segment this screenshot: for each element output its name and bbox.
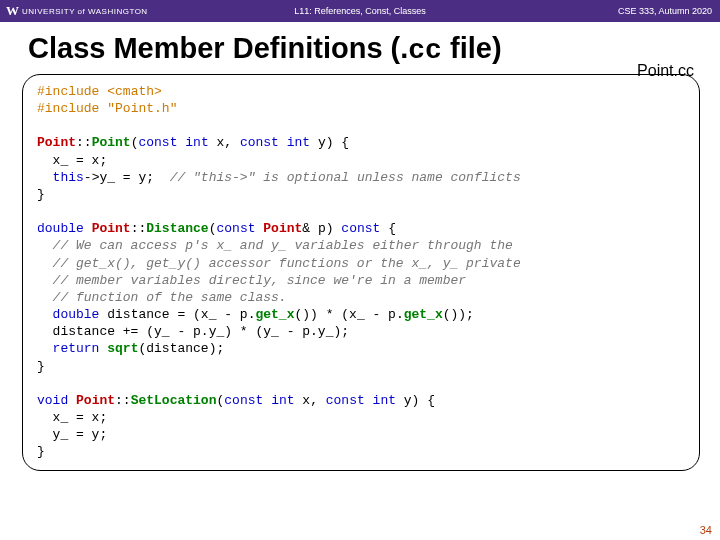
code-token: SetLocation — [131, 393, 217, 408]
code-comment: // We can access p's x_ and y_ variables… — [37, 238, 513, 253]
code-token — [37, 341, 53, 356]
code-token: Point — [263, 221, 302, 236]
title-mono: cc — [408, 35, 442, 66]
code-token: int — [287, 135, 310, 150]
code-token — [84, 221, 92, 236]
code-line: } — [37, 359, 45, 374]
title-prefix: Class Member Definitions (. — [28, 32, 408, 64]
code-token: get_x — [404, 307, 443, 322]
code-token: Point — [92, 135, 131, 150]
code-token: distance = (x_ - p. — [99, 307, 255, 322]
code-token: { — [380, 221, 396, 236]
code-token: ()); — [443, 307, 474, 322]
code-box: #include <cmath> #include "Point.h" Poin… — [22, 74, 700, 471]
code-token — [37, 170, 53, 185]
code-token: & p) — [302, 221, 341, 236]
code-token: Point — [92, 221, 131, 236]
code-token: sqrt — [107, 341, 138, 356]
code-token: int — [373, 393, 396, 408]
header-bar: W UNIVERSITY of WASHINGTON L11: Referenc… — [0, 0, 720, 22]
uw-w-mark: W — [6, 3, 18, 19]
code-token — [37, 307, 53, 322]
code-token: #include — [37, 101, 99, 116]
code-token: int — [271, 393, 294, 408]
code-token: const — [216, 221, 255, 236]
code-token: "Point.h" — [99, 101, 177, 116]
code-token: const — [326, 393, 365, 408]
uw-name: UNIVERSITY of WASHINGTON — [22, 7, 148, 16]
code-token: #include — [37, 84, 99, 99]
code-token: y) { — [310, 135, 349, 150]
code-token: double — [37, 221, 84, 236]
code-token: :: — [131, 221, 147, 236]
code-token: x, — [295, 393, 326, 408]
code-token — [365, 393, 373, 408]
code-line: } — [37, 187, 45, 202]
slide-title: Class Member Definitions (.cc file) — [0, 22, 720, 68]
code-token: void — [37, 393, 68, 408]
code-token: (distance); — [138, 341, 224, 356]
code-token: Point — [37, 135, 76, 150]
code-token: const — [224, 393, 263, 408]
code-filename: Point.cc — [637, 62, 694, 80]
code-token: const — [341, 221, 380, 236]
lecture-title: L11: References, Const, Classes — [294, 6, 426, 16]
code-token: Point — [76, 393, 115, 408]
code-token: const — [240, 135, 279, 150]
code-token: get_x — [255, 307, 294, 322]
code-comment: // function of the same class. — [37, 290, 287, 305]
uw-logo: W UNIVERSITY of WASHINGTON — [0, 3, 148, 19]
code-token: x, — [209, 135, 240, 150]
code-token — [279, 135, 287, 150]
code-token — [263, 393, 271, 408]
code-token — [68, 393, 76, 408]
code-line: x_ = x; — [37, 153, 107, 168]
code-token: int — [185, 135, 208, 150]
code-line: y_ = y; — [37, 427, 107, 442]
code-line: x_ = x; — [37, 410, 107, 425]
code-token: ()) * (x_ - p. — [294, 307, 403, 322]
code-token: :: — [76, 135, 92, 150]
code-token: Distance — [146, 221, 208, 236]
code-token: const — [138, 135, 177, 150]
code-line: } — [37, 444, 45, 459]
code-comment: // get_x(), get_y() accessor functions o… — [37, 256, 521, 271]
code-comment: // "this->" is optional unless name conf… — [170, 170, 521, 185]
title-suffix: file) — [442, 32, 502, 64]
page-number: 34 — [700, 524, 712, 536]
code-token: ->y_ = y; — [84, 170, 170, 185]
code-token: double — [53, 307, 100, 322]
code-token: return — [53, 341, 100, 356]
code-token: this — [53, 170, 84, 185]
code-token: :: — [115, 393, 131, 408]
code-token: y) { — [396, 393, 435, 408]
code-comment: // member variables directly, since we'r… — [37, 273, 466, 288]
course-label: CSE 333, Autumn 2020 — [618, 6, 712, 16]
code-token: <cmath> — [99, 84, 161, 99]
code-line: distance += (y_ - p.y_) * (y_ - p.y_); — [37, 324, 349, 339]
